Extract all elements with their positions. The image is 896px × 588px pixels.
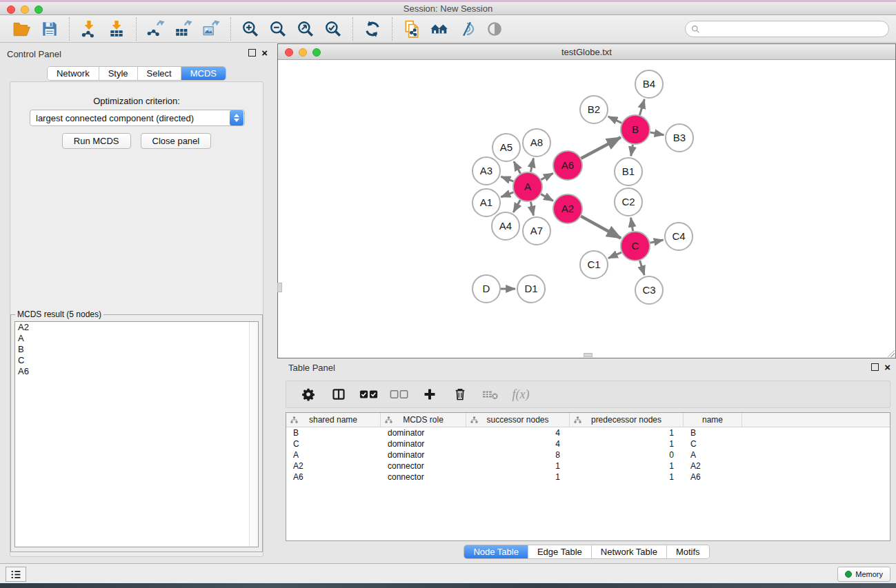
select-all-button[interactable] (359, 384, 379, 405)
close-panel-icon[interactable]: × (261, 49, 268, 57)
tab-node-table[interactable]: Node Table (464, 545, 528, 558)
export-image-button[interactable] (197, 18, 225, 40)
table-cell[interactable]: 1 (570, 439, 684, 449)
graph-node-B2[interactable]: B2 (580, 96, 608, 123)
graph-node-B1[interactable]: B1 (615, 158, 642, 185)
edge-A-A1[interactable] (501, 192, 513, 197)
graph-node-B4[interactable]: B4 (635, 70, 663, 98)
graph-node-C4[interactable]: C4 (665, 223, 693, 250)
close-panel-button[interactable]: Close panel (141, 133, 212, 149)
search-field[interactable] (685, 21, 889, 37)
table-cell[interactable]: 8 (466, 450, 570, 460)
graph-node-C3[interactable]: C3 (635, 276, 663, 304)
table-cell[interactable]: connector (381, 461, 466, 471)
table-cell[interactable]: dominator (381, 439, 466, 449)
tab-edge-table[interactable]: Edge Table (528, 545, 592, 558)
column-header-shared-name[interactable]: shared name (286, 413, 381, 427)
mcds-result-list[interactable]: A2ABCA6 (14, 321, 259, 547)
edge-B-B1[interactable] (631, 145, 633, 156)
table-cell[interactable]: B (286, 428, 381, 438)
table-cell[interactable]: 1 (570, 428, 684, 438)
table-row[interactable]: Cdominator41C (286, 438, 890, 449)
table-cell[interactable]: C (286, 439, 381, 449)
network-canvas[interactable]: B4B2BB3A8A5A6A3B1AA1C2A2A4A7C4CC1C3DD1 (278, 61, 895, 358)
refresh-network-button[interactable] (359, 18, 386, 40)
edge-B-B4[interactable] (639, 99, 644, 115)
graph-node-D[interactable]: D (472, 275, 500, 303)
table-cell[interactable]: A2 (684, 461, 742, 471)
graph-node-B[interactable]: B (621, 115, 650, 144)
add-column-button[interactable] (420, 384, 439, 405)
mcds-result-item[interactable]: B (15, 344, 258, 355)
float-panel-icon[interactable] (248, 49, 256, 57)
tab-style[interactable]: Style (99, 67, 138, 80)
task-history-button[interactable] (6, 567, 26, 582)
edge-B-B3[interactable] (650, 132, 664, 135)
table-cell[interactable]: dominator (381, 450, 466, 460)
deselect-all-button[interactable] (390, 384, 409, 405)
table-float-icon[interactable] (871, 363, 879, 371)
table-cell[interactable]: connector (381, 472, 466, 482)
horizontal-scroll-thumb[interactable] (584, 353, 593, 357)
table-cell[interactable]: B (684, 428, 742, 438)
tab-motifs[interactable]: Motifs (667, 545, 709, 558)
graph-node-A1[interactable]: A1 (472, 189, 500, 216)
graph-node-C2[interactable]: C2 (615, 188, 642, 216)
graph-node-C1[interactable]: C1 (580, 251, 608, 278)
edge-C-C4[interactable] (650, 240, 663, 243)
graph-node-A7[interactable]: A7 (523, 217, 550, 245)
table-row[interactable]: A2connector11A2 (286, 460, 890, 472)
column-header-name[interactable]: name (684, 413, 742, 427)
zoom-window-icon[interactable] (34, 6, 43, 14)
import-network-button[interactable] (75, 18, 103, 40)
search-input[interactable] (700, 22, 888, 36)
table-cell[interactable]: dominator (381, 428, 466, 438)
mcds-list-scrollbar[interactable] (249, 322, 258, 547)
mcds-result-item[interactable]: A2 (15, 322, 258, 333)
edge-A6-B[interactable] (581, 137, 620, 158)
table-cell[interactable]: C (684, 439, 742, 449)
zoom-out-button[interactable] (264, 18, 292, 40)
graph-node-D1[interactable]: D1 (517, 275, 545, 303)
tab-network[interactable]: Network (48, 67, 99, 80)
graph-node-A2[interactable]: A2 (553, 194, 582, 223)
table-cell[interactable]: 1 (466, 472, 570, 482)
edge-A-A8[interactable] (530, 159, 533, 172)
mcds-result-item[interactable]: A6 (15, 366, 258, 377)
network-zoom-icon[interactable] (312, 48, 321, 57)
edge-A2-C[interactable] (581, 216, 621, 239)
tab-network-table[interactable]: Network Table (592, 545, 667, 558)
delete-table-button[interactable] (481, 384, 500, 405)
table-row[interactable]: Adominator80A (286, 449, 890, 460)
table-row[interactable]: A6connector11A6 (286, 472, 890, 483)
run-mcds-button[interactable]: Run MCDS (62, 133, 131, 149)
zoom-selected-button[interactable] (319, 18, 347, 40)
tab-mcds[interactable]: MCDS (181, 67, 226, 80)
close-window-icon[interactable] (7, 6, 15, 14)
network-window-titlebar[interactable]: testGlobe.txt (278, 44, 895, 60)
graph-node-C[interactable]: C (621, 232, 650, 261)
edge-A-A7[interactable] (530, 202, 533, 216)
table-cell[interactable]: 1 (570, 461, 684, 471)
graph-node-A8[interactable]: A8 (523, 129, 550, 156)
tab-select[interactable]: Select (138, 67, 181, 80)
edge-A-A6[interactable] (541, 173, 552, 179)
table-cell[interactable]: A2 (286, 461, 381, 471)
table-cell[interactable]: 4 (466, 428, 570, 438)
import-table-button[interactable] (103, 18, 130, 40)
edge-A-A3[interactable] (501, 176, 513, 181)
home-view-button[interactable] (426, 18, 453, 40)
table-cell[interactable]: A (286, 450, 381, 460)
graph-node-A4[interactable]: A4 (492, 212, 519, 240)
zoom-in-button[interactable] (237, 18, 264, 40)
graph-node-A6[interactable]: A6 (553, 151, 582, 180)
edge-A-A4[interactable] (513, 200, 520, 212)
zoom-fit-button[interactable] (292, 18, 319, 40)
minimize-window-icon[interactable] (21, 6, 29, 14)
export-network-button[interactable] (142, 18, 170, 40)
edge-A-A5[interactable] (514, 161, 521, 173)
export-table-button[interactable] (170, 18, 197, 40)
edge-C-C2[interactable] (631, 218, 633, 232)
edge-C-C3[interactable] (640, 261, 645, 275)
graph-node-B3[interactable]: B3 (666, 124, 693, 152)
